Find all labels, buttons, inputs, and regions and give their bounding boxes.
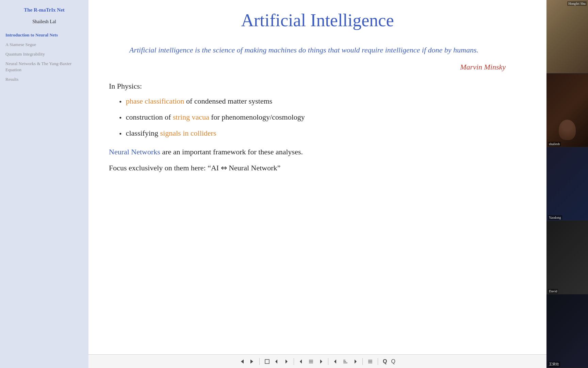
sidebar-author: Shailesh Lal (5, 19, 83, 25)
svg-marker-1 (250, 359, 253, 364)
frame-next-button[interactable] (282, 358, 290, 365)
highlight-string: string vacua (173, 113, 209, 121)
toc2-button[interactable] (341, 358, 349, 365)
conclusion-1-after: are an important framework for these ana… (162, 148, 303, 156)
sidebar-item-yangbaxter[interactable]: Neural Networks & The Yang-Baxter Equati… (5, 61, 83, 73)
bullet-text-1-after: of condensed matter systems (186, 97, 273, 105)
toolbar-sep-1 (259, 358, 260, 365)
svg-marker-9 (320, 359, 322, 364)
video-cell-shailesh: shailesh (546, 74, 588, 147)
wang-label: 王荣欣 (548, 362, 560, 367)
frame-prev-button[interactable] (273, 358, 281, 365)
shailesh-label: shailesh (548, 142, 561, 146)
svg-rect-2 (265, 359, 269, 364)
quote-attribution: Marvin Minsky (109, 63, 506, 72)
svg-marker-5 (300, 359, 302, 364)
toc-button[interactable] (307, 358, 315, 365)
zoom-out-button[interactable]: Q (381, 358, 388, 365)
conclusion-line-1: Neural Networks are an important framewo… (109, 146, 526, 157)
toc2-next-button[interactable] (351, 358, 359, 365)
bullet-list: • phase classification of condensed matt… (119, 96, 526, 139)
quote-text: Artificial intelligence is the science o… (129, 44, 512, 56)
sidebar-item-siamese[interactable]: A Siamese Segue (5, 42, 83, 48)
main-content: Artificial Intelligence Artificial intel… (88, 0, 546, 368)
bullet-text-3-before: classifying (126, 129, 160, 137)
toc2-prev-button[interactable] (332, 358, 340, 365)
video-panel: Hongfei Shu shailesh Yaodong David 王荣欣 (546, 0, 588, 368)
svg-marker-3 (275, 359, 277, 364)
sidebar-item-results[interactable]: Results (5, 76, 83, 82)
section-prev-button[interactable] (297, 358, 306, 365)
bullet-text-2: construction of string vacua for phenome… (126, 112, 305, 123)
video-bg-yaodong (546, 147, 588, 220)
bullet-dot-3: • (119, 129, 122, 139)
search-button[interactable]: Q (390, 358, 397, 365)
video-cell-yaodong: Yaodong (546, 147, 588, 221)
bullet-item-2: • construction of string vacua for pheno… (119, 112, 526, 123)
slide-title: Artificial Intelligence (109, 10, 526, 30)
toolbar-sep-3 (328, 358, 328, 365)
video-cell-david: David (546, 221, 588, 294)
svg-marker-4 (285, 359, 288, 364)
frame-button[interactable] (263, 358, 271, 365)
conclusion-line-2: Focus exclusively on them here: “AI ⇔ Ne… (109, 162, 526, 173)
sidebar-item-intro[interactable]: Introduction to Neural Nets (5, 32, 83, 38)
section-next-button[interactable] (316, 358, 325, 365)
bullet-text-2-before: construction of (126, 113, 173, 121)
sidebar-item-quantum[interactable]: Quantum Integrability (5, 51, 83, 57)
highlight-phase: phase classification (126, 97, 184, 105)
bullet-dot-1: • (119, 97, 122, 107)
bullet-item-1: • phase classification of condensed matt… (119, 96, 526, 107)
video-cell-hongfei: Hongfei Shu (546, 0, 588, 74)
highlight-signals: signals in colliders (160, 129, 216, 137)
video-bg-hongfei (546, 0, 588, 73)
section-label: In Physics: (109, 82, 526, 91)
bullet-item-3: • classifying signals in colliders (119, 128, 526, 139)
slide-area: Artificial Intelligence Artificial intel… (88, 0, 546, 354)
toolbar: Q Q (88, 354, 546, 368)
toolbar-sep-5 (378, 358, 378, 365)
video-bg-shailesh (546, 74, 588, 147)
list-button[interactable] (366, 358, 374, 365)
bullet-text-2-after: for phenomenology/cosmology (211, 113, 305, 121)
yaodong-label: Yaodong (548, 215, 562, 220)
bullet-text-3: classifying signals in colliders (126, 128, 216, 139)
svg-marker-10 (334, 359, 336, 364)
hongfei-label: Hongfei Shu (567, 1, 587, 6)
video-bg-david (546, 221, 588, 294)
video-cell-wang: 王荣欣 (546, 294, 588, 368)
svg-marker-14 (355, 359, 357, 364)
toolbar-sep-2 (294, 358, 294, 365)
toolbar-sep-4 (362, 358, 363, 365)
bullet-text-1: phase classification of condensed matter… (126, 96, 273, 107)
david-label: David (548, 289, 558, 293)
nn-highlight: Neural Networks (109, 148, 160, 156)
svg-marker-0 (241, 359, 244, 364)
nav-next-button[interactable] (248, 358, 256, 365)
sidebar-nav: Introduction to Neural Nets A Siamese Se… (5, 32, 83, 83)
sidebar-title: The R-maTrIx Net (5, 7, 83, 14)
sidebar: The R-maTrIx Net Shailesh Lal Introducti… (0, 0, 88, 368)
bullet-dot-2: • (119, 113, 122, 123)
video-bg-wang (546, 294, 588, 368)
nav-prev-button[interactable] (238, 358, 246, 365)
quote-content: Artificial intelligence is the science o… (129, 46, 478, 54)
